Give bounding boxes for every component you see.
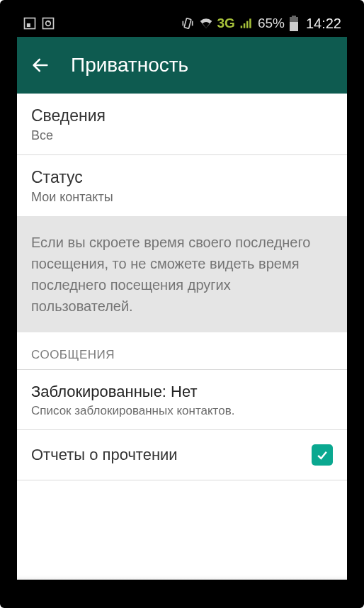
svg-rect-2 bbox=[43, 18, 54, 29]
row-status[interactable]: Статус Мои контакты bbox=[17, 155, 347, 216]
row-about[interactable]: Сведения Все bbox=[17, 94, 347, 154]
svg-rect-1 bbox=[27, 23, 30, 27]
svg-rect-10 bbox=[249, 18, 251, 28]
screenshot-icon bbox=[23, 16, 37, 30]
svg-rect-7 bbox=[241, 26, 243, 28]
battery-percent: 65% bbox=[258, 16, 285, 31]
page-title: Приватность bbox=[71, 54, 188, 77]
wifi-icon bbox=[199, 16, 213, 30]
screen: 3G 65% 14:22 bbox=[17, 10, 347, 580]
network-label: 3G bbox=[217, 16, 235, 31]
row-status-value: Мои контакты bbox=[31, 190, 333, 205]
svg-rect-9 bbox=[246, 21, 249, 28]
section-header-messages: СООБЩЕНИЯ bbox=[17, 332, 347, 369]
checkbox-read-receipts[interactable] bbox=[312, 444, 333, 466]
svg-rect-8 bbox=[244, 23, 246, 28]
row-blocked-title: Заблокированные: Нет bbox=[31, 383, 333, 401]
content-area[interactable]: Сведения Все Статус Мои контакты Если вы… bbox=[17, 94, 347, 580]
back-button[interactable] bbox=[27, 52, 54, 79]
status-bar: 3G 65% 14:22 bbox=[17, 10, 347, 37]
row-blocked-subtitle: Список заблокированных контактов. bbox=[31, 404, 333, 418]
row-status-title: Статус bbox=[31, 168, 333, 187]
app-bar: Приватность bbox=[17, 37, 347, 94]
row-read-receipts-title: Отчеты о прочтении bbox=[31, 446, 178, 464]
device-frame: 3G 65% 14:22 bbox=[0, 0, 364, 608]
sync-icon bbox=[41, 16, 55, 30]
row-blocked[interactable]: Заблокированные: Нет Список заблокирован… bbox=[17, 370, 347, 429]
signal-icon bbox=[239, 16, 254, 30]
row-about-title: Сведения bbox=[31, 106, 333, 125]
row-about-value: Все bbox=[31, 128, 333, 143]
svg-rect-13 bbox=[290, 22, 298, 31]
checkmark-icon bbox=[315, 448, 329, 462]
scroll-fade bbox=[17, 575, 347, 580]
clock: 14:22 bbox=[306, 16, 341, 32]
svg-rect-11 bbox=[292, 16, 296, 17]
row-read-receipts[interactable]: Отчеты о прочтении bbox=[17, 430, 347, 480]
svg-rect-4 bbox=[184, 18, 191, 29]
vibrate-icon bbox=[181, 16, 195, 30]
battery-icon bbox=[289, 16, 299, 31]
info-box: Если вы скроете время своего последнего … bbox=[17, 216, 347, 332]
divider bbox=[17, 480, 347, 480]
